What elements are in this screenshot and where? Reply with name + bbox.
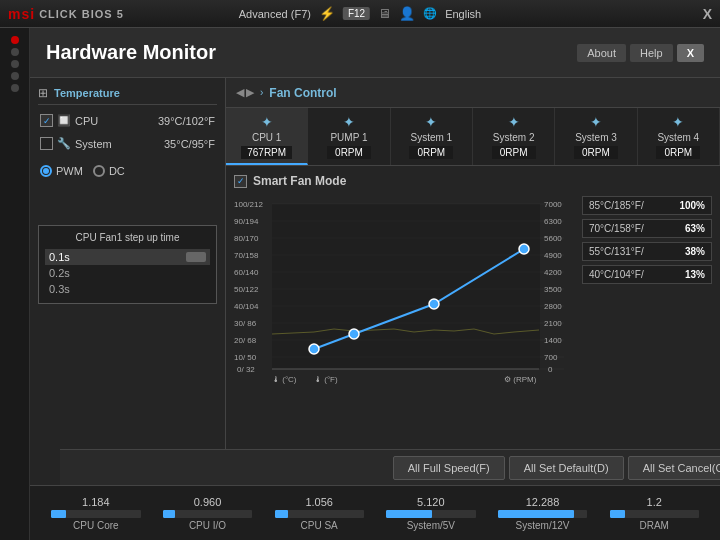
legend-temp-1: 70°C/158°F/: [589, 223, 644, 234]
legend-temp-3: 40°C/104°F/: [589, 269, 644, 280]
fan-tab-system2[interactable]: ✦ System 2 0RPM: [473, 108, 555, 165]
all-full-speed-button[interactable]: All Full Speed(F): [393, 456, 505, 480]
cpu-checkbox[interactable]: ✓: [40, 114, 53, 127]
svg-text:50/122: 50/122: [234, 285, 259, 294]
step-01-label: 0.1s: [49, 251, 70, 263]
chart-point-1[interactable]: [309, 344, 319, 354]
all-set-default-button[interactable]: All Set Default(D): [509, 456, 624, 480]
step-row-02[interactable]: 0.2s: [45, 265, 210, 281]
sidebar-dot-game[interactable]: [11, 36, 19, 44]
fan-nav-arrows: ◀ ▶: [236, 86, 254, 99]
legend-temp-0: 85°C/185°F/: [589, 200, 644, 211]
chart-point-2[interactable]: [349, 329, 359, 339]
svg-text:30/ 86: 30/ 86: [234, 319, 257, 328]
sidebar-dot-oc[interactable]: [11, 60, 19, 68]
volt-label-1: CPU I/O: [189, 520, 226, 531]
smart-fan-label: Smart Fan Mode: [253, 174, 346, 188]
fan-tab-label: System 1: [410, 132, 452, 143]
fan-tab-system3[interactable]: ✦ System 3 0RPM: [555, 108, 637, 165]
topbar: msi CLICK BIOS 5 Advanced (F7) ⚡ F12 🖥 👤…: [0, 0, 720, 28]
cpu-temp-row: ✓ 🔲 CPU 39°C/102°F: [38, 111, 217, 130]
chart-point-3[interactable]: [429, 299, 439, 309]
svg-text:4900: 4900: [544, 251, 562, 260]
temperature-section-header: ⊞ Temperature: [38, 86, 217, 105]
voltage-section: 1.184 CPU Core 0.960 CPU I/O 1.056 CPU S…: [30, 485, 720, 540]
svg-text:0: 0: [548, 365, 553, 374]
volt-label-0: CPU Core: [73, 520, 119, 531]
volt-bar-fill-5: [610, 510, 625, 518]
dc-option[interactable]: DC: [93, 165, 125, 177]
system-checkbox[interactable]: [40, 137, 53, 150]
svg-text:4200: 4200: [544, 268, 562, 277]
right-legend: 85°C/185°F/ 100% 70°C/158°F/ 63% 55°C/13…: [582, 194, 712, 392]
svg-text:1400: 1400: [544, 336, 562, 345]
legend-row-2: 55°C/131°F/ 38%: [582, 242, 712, 261]
volt-value-0: 1.184: [82, 496, 110, 508]
fan-icon: ✦: [590, 114, 602, 130]
fan-icon: ✦: [672, 114, 684, 130]
volt-label-4: System/12V: [516, 520, 570, 531]
svg-text:🌡 (°C): 🌡 (°C): [272, 375, 297, 384]
about-button[interactable]: About: [577, 44, 626, 62]
svg-text:7000: 7000: [544, 200, 562, 209]
dc-radio[interactable]: [93, 165, 105, 177]
volt-item-cpuio: 0.960 CPU I/O: [152, 496, 264, 531]
page-title: Hardware Monitor: [46, 41, 216, 64]
f12-badge[interactable]: F12: [343, 7, 370, 20]
step-02-label: 0.2s: [49, 267, 70, 279]
svg-text:⚙ (RPM): ⚙ (RPM): [504, 375, 537, 384]
fan-tab-label: System 3: [575, 132, 617, 143]
volt-bar-fill-0: [51, 510, 66, 518]
fan-tab-system1[interactable]: ✦ System 1 0RPM: [391, 108, 473, 165]
cpu-temp-value: 39°C/102°F: [158, 115, 215, 127]
sidebar-dot-boot[interactable]: [11, 84, 19, 92]
sidebar-dot-settings[interactable]: [11, 72, 19, 80]
bios-label: CLICK BIOS 5: [39, 8, 124, 20]
step-row-03[interactable]: 0.3s: [45, 281, 210, 297]
svg-text:70/158: 70/158: [234, 251, 259, 260]
volt-bar-track-2: [275, 510, 364, 518]
smart-fan-checkbox[interactable]: ✓: [234, 175, 247, 188]
legend-pct-0: 100%: [679, 200, 705, 211]
svg-text:2100: 2100: [544, 319, 562, 328]
step-03-label: 0.3s: [49, 283, 70, 295]
chart-container: 100/212 90/194 80/170 70/158 60/140 50/1…: [234, 194, 712, 392]
fan-tab-pump1[interactable]: ✦ PUMP 1 0RPM: [308, 108, 390, 165]
legend-row-0: 85°C/185°F/ 100%: [582, 196, 712, 215]
sidebar-dot-ez[interactable]: [11, 48, 19, 56]
svg-text:80/170: 80/170: [234, 234, 259, 243]
fan-tab-cpu1[interactable]: ✦ CPU 1 767RPM: [226, 108, 308, 165]
fan-icon: ✦: [343, 114, 355, 130]
cpu-label: CPU: [75, 115, 154, 127]
close-topbar-btn[interactable]: X: [703, 6, 712, 22]
chart-area: ✓ Smart Fan Mode: [226, 166, 720, 400]
fan-tab-system4[interactable]: ✦ System 4 0RPM: [638, 108, 720, 165]
right-panel: ◀ ▶ › Fan Control ✦ CPU 1 767RPM ✦ PUMP …: [226, 78, 720, 485]
fan-control-header: ◀ ▶ › Fan Control: [226, 78, 720, 108]
svg-text:2800: 2800: [544, 302, 562, 311]
volt-item-cpusa: 1.056 CPU SA: [263, 496, 375, 531]
system-temp-value: 35°C/95°F: [164, 138, 215, 150]
right-arrow-icon[interactable]: ▶: [246, 86, 254, 99]
pwm-option[interactable]: PWM: [40, 165, 83, 177]
all-set-cancel-button[interactable]: All Set Cancel(C): [628, 456, 720, 480]
step-row-01[interactable]: 0.1s: [45, 249, 210, 265]
cpu-icon: 🔲: [57, 114, 71, 127]
left-arrow-icon[interactable]: ◀: [236, 86, 244, 99]
close-button[interactable]: X: [677, 44, 704, 62]
msi-logo: msi CLICK BIOS 5: [8, 6, 124, 22]
msi-text: msi: [8, 6, 35, 22]
chart-point-4[interactable]: [519, 244, 529, 254]
svg-text:40/104: 40/104: [234, 302, 259, 311]
svg-text:10/ 50: 10/ 50: [234, 353, 257, 362]
main-panel: Hardware Monitor About Help X ⊞ Temperat…: [30, 28, 720, 540]
topbar-right: X: [703, 6, 712, 22]
fan-tab-rpm: 0RPM: [656, 146, 700, 159]
volt-label-2: CPU SA: [301, 520, 338, 531]
volt-bar-track-0: [51, 510, 140, 518]
volt-bar-fill-1: [163, 510, 176, 518]
fan-tab-label: System 2: [493, 132, 535, 143]
help-button[interactable]: Help: [630, 44, 673, 62]
pwm-radio[interactable]: [40, 165, 52, 177]
step-01-slider[interactable]: [186, 252, 206, 262]
